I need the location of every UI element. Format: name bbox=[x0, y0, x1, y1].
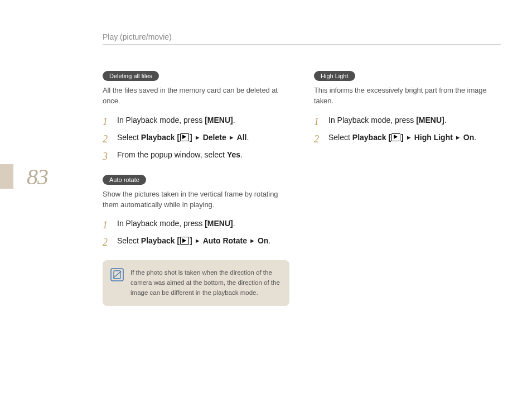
step-text: From the popup window, select bbox=[117, 150, 227, 159]
breadcrumb: Play (picture/movie) bbox=[103, 32, 172, 41]
note-icon bbox=[110, 268, 124, 284]
svg-line-2 bbox=[113, 271, 121, 278]
note-box: If the photo shot is taken when the dire… bbox=[103, 260, 289, 305]
arrow-icon: ► bbox=[406, 133, 412, 142]
step-item: Select Playback []►Auto Rotate►On. bbox=[103, 235, 289, 247]
step-item: From the popup window, select Yes. bbox=[103, 149, 289, 161]
high-light-label: High Light bbox=[414, 133, 453, 142]
note-text: If the photo shot is taken when the dire… bbox=[130, 268, 280, 298]
step-item: In Playback mode, press [MENU]. bbox=[314, 114, 501, 126]
step-text: In Playback mode, press bbox=[117, 219, 205, 228]
step-item: In Playback mode, press [MENU]. bbox=[103, 218, 289, 229]
step-item: Select Playback []►High Light►On. bbox=[314, 132, 501, 143]
play-icon bbox=[391, 133, 400, 141]
arrow-icon: ► bbox=[455, 133, 461, 142]
step-text: Select bbox=[328, 133, 352, 142]
menu-label: [MENU] bbox=[205, 116, 233, 125]
playback-label: Playback bbox=[141, 236, 175, 245]
section-auto-rotate: Auto rotate Show the pictures taken in t… bbox=[103, 174, 289, 306]
playback-label: Playback bbox=[352, 133, 386, 142]
steps-auto-rotate: In Playback mode, press [MENU]. Select P… bbox=[103, 218, 289, 247]
right-column: High Light This informs the excessively … bbox=[314, 70, 501, 318]
on-label: On bbox=[463, 133, 474, 142]
page-header: Play (picture/movie) bbox=[103, 32, 501, 45]
menu-label: [MENU] bbox=[205, 219, 233, 228]
yes-label: Yes bbox=[227, 150, 240, 159]
desc-high-light: This informs the excessively bright part… bbox=[314, 85, 501, 107]
step-text: Select bbox=[117, 133, 141, 142]
arrow-icon: ► bbox=[195, 133, 201, 142]
step-item: In Playback mode, press [MENU]. bbox=[103, 114, 289, 126]
all-label: All bbox=[237, 133, 247, 142]
page-number-block: 83 bbox=[0, 164, 66, 189]
arrow-icon: ► bbox=[249, 236, 255, 246]
steps-high-light: In Playback mode, press [MENU]. Select P… bbox=[314, 114, 501, 143]
playback-label: Playback bbox=[141, 133, 175, 142]
desc-deleting-all-files: All the files saved in the memory card c… bbox=[103, 85, 289, 107]
play-icon bbox=[180, 133, 189, 141]
section-deleting-all-files: Deleting all files All the files saved i… bbox=[103, 70, 289, 161]
pill-high-light: High Light bbox=[314, 71, 355, 81]
pill-auto-rotate: Auto rotate bbox=[103, 175, 146, 185]
step-text: In Playback mode, press bbox=[117, 116, 205, 125]
arrow-icon: ► bbox=[195, 236, 201, 246]
menu-label: [MENU] bbox=[416, 116, 444, 125]
play-icon bbox=[180, 237, 189, 245]
page-number: 83 bbox=[27, 164, 48, 190]
delete-label: Delete bbox=[203, 133, 226, 142]
step-item: Select Playback []►Delete►All. bbox=[103, 132, 289, 143]
page: Play (picture/movie) 83 Deleting all fil… bbox=[0, 0, 532, 402]
steps-deleting-all-files: In Playback mode, press [MENU]. Select P… bbox=[103, 114, 289, 161]
step-text: In Playback mode, press bbox=[328, 116, 416, 125]
auto-rotate-label: Auto Rotate bbox=[203, 236, 247, 245]
desc-auto-rotate: Show the pictures taken in the vertical … bbox=[103, 189, 289, 210]
pill-deleting-all-files: Deleting all files bbox=[103, 71, 159, 81]
step-text: Select bbox=[117, 236, 141, 245]
on-label: On bbox=[258, 236, 268, 245]
section-high-light: High Light This informs the excessively … bbox=[314, 70, 501, 143]
left-column: Deleting all files All the files saved i… bbox=[103, 70, 289, 318]
arrow-icon: ► bbox=[229, 133, 235, 142]
page-number-tab bbox=[0, 164, 13, 189]
content-area: Deleting all files All the files saved i… bbox=[103, 70, 501, 318]
